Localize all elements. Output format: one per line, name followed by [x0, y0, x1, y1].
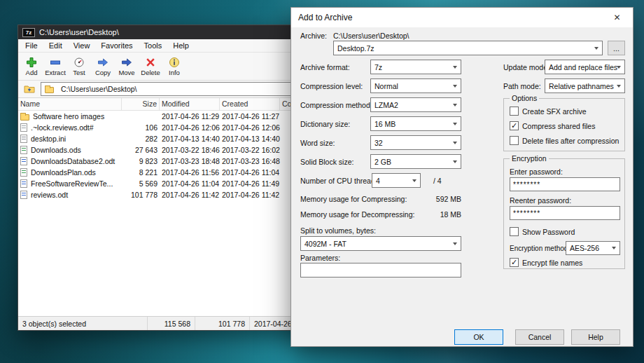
chevron-down-icon — [453, 142, 457, 144]
cpu-threads-max: / 4 — [433, 177, 442, 185]
cpu-threads-value: 4 — [376, 177, 380, 185]
reenter-password-field[interactable]: ******** — [510, 206, 620, 220]
file-name: .~lock.reviews.odt# — [31, 123, 94, 132]
file-created: 2017-04-26 11:49 — [220, 178, 280, 189]
toolbar-button-label: Move — [118, 69, 134, 76]
enter-password-field[interactable]: ******** — [510, 177, 620, 191]
move-button[interactable]: Move — [115, 53, 139, 80]
help-label: Help — [588, 333, 603, 341]
dialog-body: Archive: C:\Users\user\Desktop\ Desktop.… — [291, 27, 633, 346]
menu-item-edit[interactable]: Edit — [43, 40, 68, 51]
update-mode-select[interactable]: Add and replace files — [545, 60, 625, 74]
file-modified: 2017-03-22 18:46 — [160, 144, 220, 156]
close-button[interactable]: ✕ — [601, 8, 633, 27]
file-created: 2017-04-26 11:27 — [220, 111, 280, 122]
chevron-down-icon — [617, 66, 621, 69]
test-button[interactable]: Test — [67, 53, 91, 80]
compress-shared-checkbox[interactable]: Compress shared files — [510, 121, 595, 130]
menu-item-tools[interactable]: Tools — [139, 40, 168, 51]
file-created: 2017-03-23 16:48 — [220, 156, 280, 167]
chevron-down-icon — [453, 160, 457, 163]
dialog-title: Add to Archive — [298, 13, 352, 22]
memory-decompress-value: 18 MB — [370, 210, 461, 219]
word-size-label: Word size: — [300, 139, 335, 147]
chevron-down-icon — [453, 104, 457, 107]
split-volumes-value: 4092M - FAT — [304, 240, 346, 248]
path-mode-select[interactable]: Relative pathnames — [545, 78, 625, 93]
encryption-group-title: Encryption — [510, 154, 549, 163]
copy-icon — [97, 57, 108, 68]
odt-icon — [20, 157, 27, 165]
info-button[interactable]: Info — [162, 53, 186, 80]
menu-item-favorites[interactable]: Favorites — [95, 40, 138, 51]
parameters-field[interactable] — [300, 263, 461, 278]
solid-block-size-select[interactable]: 2 GB — [370, 154, 461, 169]
file-size: 9 823 — [122, 156, 160, 167]
folder-up-icon — [24, 83, 35, 95]
ok-button[interactable]: OK — [454, 329, 503, 345]
toolbar-button-label: Extract — [45, 69, 66, 76]
status-total-size: 115 568 — [148, 317, 195, 330]
parent-folder-button[interactable] — [21, 82, 38, 96]
chevron-down-icon — [453, 123, 457, 125]
create-sfx-label: Create SFX archive — [522, 107, 587, 116]
column-header-size[interactable]: Size — [122, 98, 160, 110]
file-modified: 2017-04-26 12:06 — [160, 122, 220, 133]
ok-label: OK — [473, 333, 484, 341]
archive-directory: C:\Users\user\Desktop\ — [333, 32, 410, 40]
split-volumes-combo[interactable]: 4092M - FAT — [300, 236, 461, 251]
delete-button[interactable]: Delete — [139, 53, 162, 80]
file-name: Software hero images — [33, 112, 104, 121]
chevron-down-icon — [453, 85, 457, 88]
compression-level-value: Normal — [374, 82, 398, 90]
menu-item-file[interactable]: File — [20, 40, 43, 51]
enter-password-label: Enter password: — [510, 167, 563, 176]
file-size: 106 — [122, 122, 160, 133]
encrypt-names-label: Encrypt file names — [522, 259, 582, 267]
archive-name-combo[interactable]: Desktop.7z — [333, 41, 603, 55]
column-header-name[interactable]: Name — [18, 98, 122, 110]
archive-format-label: Archive format: — [300, 63, 350, 71]
help-button[interactable]: Help — [571, 329, 620, 345]
checkbox-box-icon — [510, 121, 519, 130]
file-modified: 2017-04-26 11:42 — [160, 189, 220, 200]
cancel-button[interactable]: Cancel — [515, 329, 564, 345]
menu-item-help[interactable]: Help — [167, 40, 195, 51]
show-password-checkbox[interactable]: Show Password — [510, 227, 575, 236]
compress-shared-label: Compress shared files — [522, 122, 595, 130]
compression-level-select[interactable]: Normal — [370, 78, 461, 93]
menu-item-view[interactable]: View — [68, 40, 96, 51]
move-icon — [121, 57, 132, 68]
dictionary-size-select[interactable]: 16 MB — [370, 116, 461, 131]
file-name: Downloads.ods — [31, 146, 81, 154]
browse-label: ... — [613, 44, 620, 53]
column-header-created[interactable]: Created — [220, 98, 280, 110]
close-icon: ✕ — [613, 13, 620, 22]
word-size-select[interactable]: 32 — [370, 135, 461, 150]
browse-button[interactable]: ... — [608, 41, 625, 55]
compression-method-label: Compression method: — [300, 101, 372, 109]
file-created: 2017-04-26 12:06 — [220, 122, 280, 133]
file-created: 2017-04-26 11:04 — [220, 167, 280, 178]
chevron-down-icon — [594, 47, 598, 50]
extract-button[interactable]: Extract — [43, 53, 67, 80]
checkbox-box-icon — [510, 107, 519, 116]
copy-button[interactable]: Copy — [91, 53, 115, 80]
file-modified: 2017-04-26 11:29 — [160, 111, 220, 122]
create-sfx-checkbox[interactable]: Create SFX archive — [510, 107, 587, 116]
encrypt-names-checkbox[interactable]: Encrypt file names — [510, 258, 582, 267]
parameters-label: Parameters: — [300, 254, 340, 262]
encryption-method-select[interactable]: AES-256 — [566, 241, 620, 255]
cpu-threads-select[interactable]: 4 — [372, 173, 421, 188]
toolbar-button-label: Test — [73, 69, 85, 76]
column-header-modified[interactable]: Modified — [160, 98, 220, 110]
file-created: 2017-03-22 16:02 — [220, 144, 280, 156]
archive-format-select[interactable]: 7z — [370, 60, 461, 74]
toolbar-button-label: Add — [26, 69, 38, 76]
add-button[interactable]: Add — [20, 53, 43, 80]
add-icon — [26, 57, 37, 68]
checkbox-box-icon — [510, 136, 519, 145]
delete-after-checkbox[interactable]: Delete files after compression — [510, 136, 619, 145]
dialog-titlebar[interactable]: Add to Archive ✕ — [291, 8, 633, 27]
compression-method-select[interactable]: LZMA2 — [370, 97, 461, 112]
